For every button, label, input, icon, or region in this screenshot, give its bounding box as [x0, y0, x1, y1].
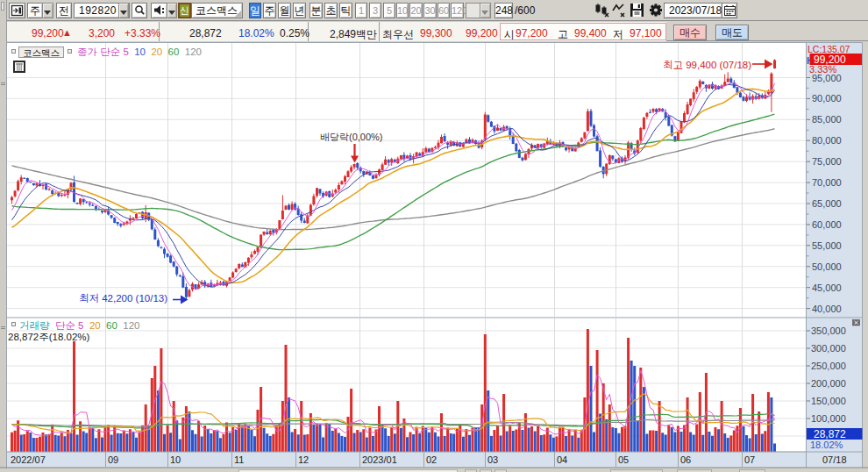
svg-text:70,000: 70,000: [812, 177, 842, 188]
svg-text:10: 10: [170, 454, 181, 465]
svg-text:300,000: 300,000: [811, 343, 846, 354]
svg-text:09: 09: [108, 454, 118, 465]
svg-text:80,000: 80,000: [812, 135, 842, 146]
svg-text:최고 99,400 (07/18): 최고 99,400 (07/18): [663, 60, 751, 70]
svg-text:40,000: 40,000: [812, 304, 842, 314]
svg-text:60,000: 60,000: [812, 219, 842, 230]
svg-text:85,000: 85,000: [812, 114, 842, 125]
svg-text:28,872: 28,872: [814, 428, 846, 440]
svg-text:75,000: 75,000: [812, 156, 842, 167]
svg-text:07/18: 07/18: [822, 454, 847, 465]
svg-text:3.33%: 3.33%: [809, 64, 836, 75]
svg-text:12: 12: [298, 454, 309, 465]
svg-text:65,000: 65,000: [812, 198, 842, 209]
svg-text:45,000: 45,000: [812, 282, 842, 293]
svg-text:2023/01: 2023/01: [362, 454, 397, 465]
svg-text:200,000: 200,000: [811, 378, 846, 389]
svg-text:100,000: 100,000: [811, 413, 846, 424]
svg-text:11: 11: [234, 454, 244, 465]
svg-text:2022/07: 2022/07: [11, 454, 46, 465]
svg-text:06: 06: [680, 454, 691, 465]
svg-text:최저 42,200 (10/13): 최저 42,200 (10/13): [79, 293, 167, 304]
svg-text:55,000: 55,000: [812, 240, 842, 251]
svg-text:90,000: 90,000: [812, 93, 842, 104]
svg-text:02: 02: [426, 454, 437, 465]
svg-text:배당락(0,00%): 배당락(0,00%): [320, 132, 383, 142]
svg-text:250,000: 250,000: [811, 361, 846, 371]
svg-text:05: 05: [618, 454, 629, 465]
svg-text:04: 04: [557, 454, 567, 465]
svg-text:03: 03: [487, 454, 498, 465]
svg-text:50,000: 50,000: [812, 261, 842, 272]
svg-text:18.02%: 18.02%: [810, 440, 843, 450]
svg-text:07: 07: [744, 454, 755, 465]
svg-text:350,000: 350,000: [811, 325, 846, 336]
svg-text:150,000: 150,000: [811, 396, 846, 406]
